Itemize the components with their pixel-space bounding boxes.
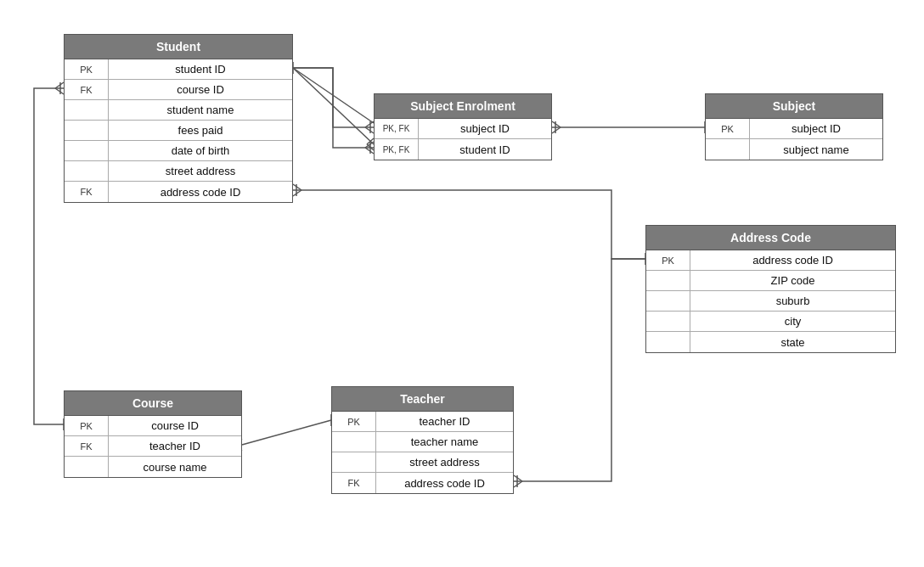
key-cell [646, 291, 690, 311]
field-cell: student ID [109, 59, 292, 79]
svg-line-6 [365, 121, 374, 127]
key-cell [65, 121, 109, 140]
key-cell [65, 100, 109, 120]
table-row: ZIP code [646, 271, 895, 291]
svg-line-10 [365, 148, 374, 154]
field-cell: address code ID [376, 473, 513, 493]
svg-line-2 [367, 138, 374, 144]
field-cell: student name [109, 100, 292, 120]
field-cell: fees paid [109, 121, 292, 140]
key-cell [646, 312, 690, 331]
table-row: FK address code ID [332, 473, 513, 493]
table-row: PK, FK subject ID [375, 119, 551, 139]
subject-header: Subject [706, 94, 882, 119]
field-cell: teacher name [376, 432, 513, 452]
field-cell: course name [109, 457, 241, 477]
key-cell [646, 332, 690, 352]
table-row: PK teacher ID [332, 412, 513, 432]
teacher-header: Teacher [332, 387, 513, 412]
key-cell: FK [332, 473, 376, 493]
svg-line-29 [514, 481, 522, 487]
table-row: fees paid [65, 121, 292, 141]
svg-line-7 [365, 127, 374, 133]
table-row: suburb [646, 291, 895, 312]
subject-table: Subject PK subject ID subject name [705, 93, 883, 160]
table-row: street address [65, 161, 292, 182]
field-cell: student ID [419, 139, 551, 160]
svg-line-4 [293, 68, 374, 123]
table-row: PK student ID [65, 59, 292, 80]
field-cell: course ID [109, 80, 292, 99]
subject-body: PK subject ID subject name [706, 119, 882, 160]
key-cell [65, 141, 109, 160]
key-cell: PK [65, 416, 109, 435]
student-table-body: PK student ID FK course ID student name … [65, 59, 292, 202]
student-table-header: Student [65, 35, 292, 59]
field-cell: state [690, 332, 895, 352]
svg-line-12 [552, 121, 561, 127]
teacher-body: PK teacher ID teacher name street addres… [332, 412, 513, 493]
table-row: PK subject ID [706, 119, 882, 139]
field-cell: subject ID [750, 119, 882, 138]
table-row: date of birth [65, 141, 292, 161]
table-row: state [646, 332, 895, 352]
field-cell: suburb [690, 291, 895, 311]
key-cell: PK, FK [375, 139, 419, 160]
svg-line-0 [293, 68, 374, 144]
field-cell: street address [376, 452, 513, 472]
field-cell: subject name [750, 139, 882, 160]
address-code-table: Address Code PK address code ID ZIP code… [645, 225, 896, 353]
svg-line-17 [293, 190, 301, 196]
teacher-table: Teacher PK teacher ID teacher name stree… [331, 386, 514, 494]
field-cell: ZIP code [690, 271, 895, 290]
svg-line-28 [514, 475, 522, 481]
course-header: Course [65, 391, 241, 416]
course-table: Course PK course ID FK teacher ID course… [64, 390, 242, 478]
svg-line-16 [293, 184, 301, 190]
svg-line-21 [55, 88, 64, 94]
table-row: city [646, 312, 895, 332]
key-cell: PK [646, 250, 690, 270]
key-cell [332, 432, 376, 452]
key-cell: PK [706, 119, 750, 138]
table-row: FK address code ID [65, 182, 292, 202]
key-cell [65, 161, 109, 181]
table-row: student name [65, 100, 292, 121]
table-row: course name [65, 457, 241, 477]
field-cell: street address [109, 161, 292, 181]
svg-line-9 [365, 142, 374, 148]
table-row: street address [332, 452, 513, 473]
table-row: FK teacher ID [65, 436, 241, 457]
field-cell: teacher ID [376, 412, 513, 431]
table-row: teacher name [332, 432, 513, 452]
key-cell [646, 271, 690, 290]
student-table: Student PK student ID FK course ID stude… [64, 34, 293, 203]
key-cell: FK [65, 436, 109, 456]
key-cell [332, 452, 376, 472]
svg-line-13 [552, 127, 561, 133]
svg-line-3 [367, 144, 374, 150]
svg-line-20 [55, 82, 64, 88]
table-row: subject name [706, 139, 882, 160]
table-row: PK address code ID [646, 250, 895, 271]
field-cell: course ID [109, 416, 241, 435]
field-cell: address code ID [109, 182, 292, 202]
subject-enrolment-table: Subject Enrolment PK, FK subject ID PK, … [374, 93, 552, 160]
course-body: PK course ID FK teacher ID course name [65, 416, 241, 477]
key-cell: PK [65, 59, 109, 79]
subject-enrolment-header: Subject Enrolment [375, 94, 551, 119]
diagram-container: Student PK student ID FK course ID stude… [0, 0, 924, 567]
field-cell: subject ID [419, 119, 551, 138]
subject-enrolment-body: PK, FK subject ID PK, FK student ID [375, 119, 551, 160]
table-row: PK, FK student ID [375, 139, 551, 160]
address-code-body: PK address code ID ZIP code suburb city … [646, 250, 895, 352]
key-cell [706, 139, 750, 160]
field-cell: date of birth [109, 141, 292, 160]
key-cell: FK [65, 182, 109, 202]
field-cell: city [690, 312, 895, 331]
key-cell: PK [332, 412, 376, 431]
key-cell: PK, FK [375, 119, 419, 138]
field-cell: address code ID [690, 250, 895, 270]
field-cell: teacher ID [109, 436, 241, 456]
table-row: PK course ID [65, 416, 241, 436]
